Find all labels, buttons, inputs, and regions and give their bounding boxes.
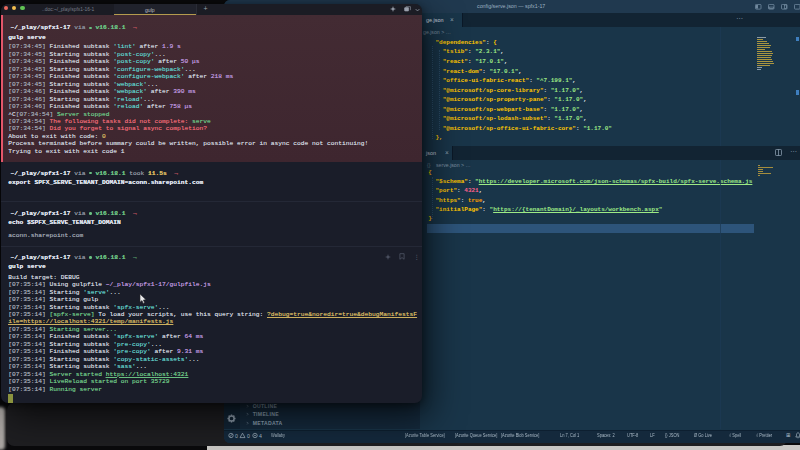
svg-text:0: 0 — [235, 433, 238, 439]
svg-text:4: 4 — [259, 433, 262, 439]
svg-text:0: 0 — [247, 433, 250, 439]
